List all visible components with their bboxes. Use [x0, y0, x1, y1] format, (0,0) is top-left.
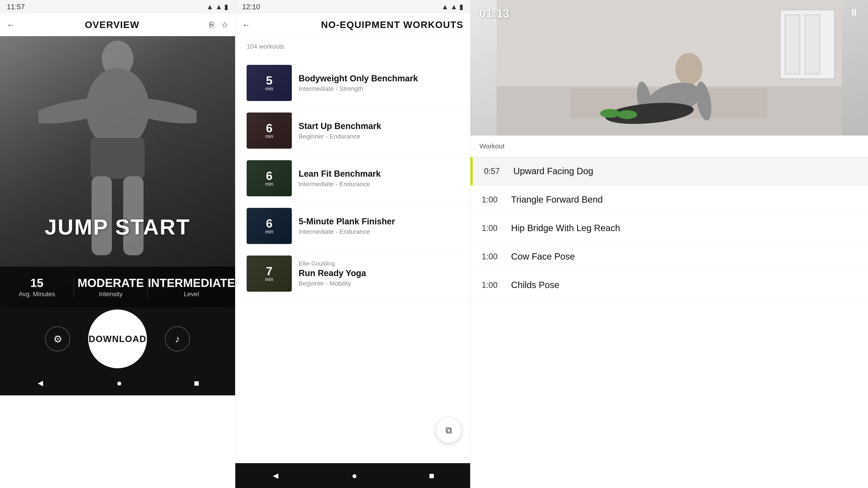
settings-icon: ⚙: [53, 333, 62, 345]
battery-icon-2: ▮: [459, 2, 463, 11]
workout-duration-num: 6: [265, 122, 273, 134]
workout-info: Start Up BenchmarkBeginner - Endurance: [299, 121, 459, 140]
workout-info: Lean Fit BenchmarkIntermediate - Enduran…: [299, 169, 459, 188]
exercise-item[interactable]: 1:00Triangle Forward Bend: [470, 186, 868, 214]
signal-icon-2: ▲: [450, 3, 458, 11]
workout-info: 5-Minute Plank FinisherIntermediate - En…: [299, 217, 459, 235]
exercise-time: 1:00: [482, 223, 504, 233]
workout-info: Bodyweight Only BenchmarkIntermediate - …: [299, 74, 459, 92]
status-bar-1: 11:57 ▲ ▲ ▮: [0, 0, 235, 13]
exercise-list: 0:57Upward Facing Dog1:00Triangle Forwar…: [470, 157, 868, 488]
music-button[interactable]: ♪: [165, 326, 190, 351]
stat-minutes-value: 15: [30, 276, 43, 290]
stat-level: INTERMEDIATE Level: [148, 276, 235, 298]
pause-button[interactable]: ⏸: [849, 7, 859, 18]
workout-duration: 6min: [265, 122, 273, 139]
exercise-name: Childs Pose: [511, 280, 559, 290]
exercise-item[interactable]: 0:57Upward Facing Dog: [470, 157, 868, 186]
workout-duration-unit: min: [265, 229, 273, 234]
pause-icon: ⏸: [849, 7, 859, 18]
nav-icons-1: ⎘ ☆: [209, 20, 228, 30]
favorite-button[interactable]: ☆: [221, 20, 228, 30]
workout-name: 5-Minute Plank Finisher: [299, 217, 459, 226]
page-title-2: NO-EQUIPMENT WORKOUTS: [321, 20, 463, 30]
hero-stats: 15 Avg. Minutes MODERATE Intensity INTER…: [0, 267, 235, 307]
nav-back-icon-1[interactable]: ◄: [36, 378, 45, 388]
workout-item[interactable]: 7minEllie GouldingRun Ready YogaBeginner…: [235, 250, 470, 297]
stat-intensity-value: MODERATE: [78, 276, 144, 290]
nav-square-icon-1[interactable]: ■: [194, 378, 199, 388]
exercise-item[interactable]: 1:00Hip Bridge With Leg Reach: [470, 214, 868, 242]
wifi-icon: ▲: [206, 3, 214, 11]
exercise-time: 1:00: [482, 252, 504, 261]
stat-intensity-label: Intensity: [99, 291, 123, 298]
download-label: DOWNLOAD: [89, 334, 147, 344]
workout-thumbnail: 6min: [247, 208, 292, 244]
download-button[interactable]: DOWNLOAD: [88, 310, 147, 368]
exercise-item[interactable]: 1:00Childs Pose: [470, 271, 868, 299]
stat-level-label: Level: [184, 291, 199, 298]
workout-item[interactable]: 6minLean Fit BenchmarkIntermediate - End…: [235, 155, 470, 202]
workout-count: 104 workouts: [235, 36, 470, 55]
back-button-2[interactable]: ←: [242, 20, 250, 30]
workout-duration-num: 6: [265, 170, 273, 182]
athlete-figure: [470, 0, 868, 135]
workout-name: Bodyweight Only Benchmark: [299, 74, 459, 84]
workout-duration-num: 7: [265, 265, 273, 277]
nav-home-icon-1[interactable]: ●: [117, 378, 122, 388]
exercise-name: Upward Facing Dog: [513, 166, 593, 176]
exercise-item[interactable]: 1:00Cow Face Pose: [470, 242, 868, 271]
nav-square-icon-2[interactable]: ■: [429, 470, 434, 481]
filter-icon: ⧉: [445, 425, 452, 435]
workout-thumbnail: 7min: [247, 256, 292, 292]
battery-icon: ▮: [224, 2, 228, 11]
workout-list: 5minBodyweight Only BenchmarkIntermediat…: [235, 55, 470, 488]
workout-duration: 6min: [265, 170, 273, 187]
workout-item[interactable]: 6min5-Minute Plank FinisherIntermediate …: [235, 202, 470, 250]
workout-thumbnail: 6min: [247, 160, 292, 196]
status-icons-2: ▲ ▲ ▮: [441, 2, 463, 11]
filter-button[interactable]: ⧉: [436, 418, 461, 443]
svg-rect-11: [785, 15, 800, 74]
nav-back-icon-2[interactable]: ◄: [271, 470, 280, 481]
svg-rect-12: [805, 15, 819, 74]
stat-level-value: INTERMEDIATE: [148, 276, 235, 290]
stat-minutes: 15 Avg. Minutes: [0, 276, 74, 298]
bottom-nav-1: ◄ ● ■: [0, 370, 235, 395]
hero-image: JUMP START 15 Avg. Minutes MODERATE Inte…: [0, 36, 235, 307]
workout-info: Ellie GouldingRun Ready YogaBeginner - M…: [299, 260, 459, 287]
top-nav-1: ← OVERVIEW ⎘ ☆: [0, 13, 235, 36]
workout-duration: 6min: [265, 218, 273, 234]
workout-duration-unit: min: [265, 134, 273, 139]
workout-name: Run Ready Yoga: [299, 268, 459, 278]
workout-duration: 7min: [265, 265, 273, 282]
workout-name: Start Up Benchmark: [299, 121, 459, 131]
workout-duration-unit: min: [265, 182, 273, 187]
exercise-name: Cow Face Pose: [511, 252, 575, 262]
workout-duration-num: 6: [265, 218, 273, 229]
workout-item[interactable]: 5minBodyweight Only BenchmarkIntermediat…: [235, 59, 470, 107]
nav-home-icon-2[interactable]: ●: [352, 470, 357, 481]
signal-icon: ▲: [215, 3, 222, 11]
workout-meta: Beginner - Endurance: [299, 133, 459, 140]
workout-name: Lean Fit Benchmark: [299, 169, 459, 179]
page-title-1: OVERVIEW: [85, 20, 140, 30]
exercise-time: 0:57: [484, 166, 506, 176]
share-button[interactable]: ⎘: [209, 20, 214, 30]
svg-point-20: [600, 109, 620, 118]
settings-button[interactable]: ⚙: [45, 326, 70, 351]
workout-duration-num: 5: [265, 74, 273, 86]
back-button-1[interactable]: ←: [7, 20, 15, 30]
workout-item[interactable]: 6minStart Up BenchmarkBeginner - Enduran…: [235, 107, 470, 155]
hero-title: JUMP START: [0, 215, 235, 239]
workout-thumbnail: 6min: [247, 112, 292, 149]
workout-artist: Ellie Goulding: [299, 260, 459, 267]
wifi-icon-2: ▲: [441, 3, 449, 11]
workout-section-label: Workout: [470, 135, 868, 157]
video-header: 01:13 ⏸: [470, 0, 868, 135]
panel-workouts: 12:10 ▲ ▲ ▮ ← NO-EQUIPMENT WORKOUTS 104 …: [235, 0, 470, 488]
action-bar: ⚙ DOWNLOAD ♪: [0, 307, 235, 370]
status-time-2: 12:10: [242, 3, 260, 11]
panel-detail: 01:13 ⏸ Workout 0:57Upward Facing Dog1:0…: [470, 0, 868, 488]
stat-intensity: MODERATE Intensity: [74, 276, 148, 298]
